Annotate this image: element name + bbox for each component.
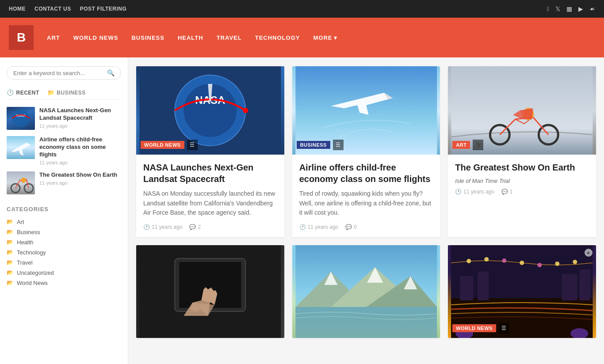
recent-list: NASA NASA Launches Next-Gen Landsat Spac… [7,107,121,194]
bottom-card-city: ◆ WORLD NEWS ☰ [448,245,596,338]
categories-title: CATEGORIES [7,206,121,212]
list-item[interactable]: Airline offers child-free economy class … [7,136,121,165]
top-bar: HOME CONTACT US POST FILTERING  𝕏 ▦ ▶ ☙ [0,0,604,18]
category-health[interactable]: 📂 Health [7,239,121,246]
card-image-tablet [136,245,284,338]
main-content: NASA WORLD NEWS ☰ NASA Launches Next-Gen… [128,57,604,364]
category-world-news[interactable]: 📂 World News [7,280,121,286]
folder-icon: 📂 [7,269,13,276]
nav-post-filtering[interactable]: POST FILTERING [80,6,126,12]
tag-world-news[interactable]: WORLD NEWS [452,324,496,332]
thumbnail: NASA [7,107,35,130]
card-meta: 🕐 11 years ago 💬 2 [143,224,277,230]
card-body: The Greatest Show On Earth Isle of Man T… [448,155,596,202]
nav-world-news[interactable]: WORLD NEWS [73,34,119,41]
comments-meta: 💬 0 [345,224,357,230]
article-card-moto: ART 🎥 The Greatest Show On Earth Isle of… [448,66,596,237]
tag-world-news[interactable]: WORLD NEWS [141,141,184,149]
svg-rect-38 [478,272,489,300]
bottom-card-mountain [292,245,440,338]
article-card-airline: BUSINESS ☰ Airline offers child-free eco… [292,66,440,237]
sidebar-tabs: 🕐 RECENT 📁 BUSINESS [7,89,121,100]
nav-more-dropdown[interactable]: MORE ▾ [313,34,337,41]
time-meta: 🕐 11 years ago [299,224,338,230]
nav-business[interactable]: BUSINESS [131,34,164,41]
recent-item-info: The Greatest Show On Earth 11 years ago [39,171,121,186]
card-image-moto: ART 🎥 [448,66,596,155]
folder-icon: 📂 [7,239,13,245]
svg-rect-26 [295,307,437,338]
tag-business[interactable]: BUSINESS [297,141,330,149]
category-uncategorized[interactable]: 📂 Uncategorized [7,269,121,276]
thumbnail [7,136,35,159]
comment-icon: 💬 [189,224,196,230]
svg-point-31 [485,257,489,262]
comments-meta: 💬 2 [189,224,201,230]
bottom-grid: ◆ WORLD NEWS ☰ [136,245,596,338]
svg-point-32 [502,258,507,263]
svg-point-36 [573,260,577,264]
card-title[interactable]: NASA Launches Next-Gen Landsat Spacecraf… [143,162,277,185]
svg-rect-39 [562,274,577,300]
pinterest-icon[interactable]: ☙ [589,5,595,12]
list-icon: ☰ [187,140,198,150]
nav-health[interactable]: HEALTH [178,34,203,41]
twitter-icon[interactable]: 𝕏 [555,5,560,12]
folder-icon: 📂 [7,259,13,265]
card-tags: WORLD NEWS ☰ [141,140,198,150]
time-meta: 🕐 11 years ago [455,189,494,195]
card-tags: ART 🎥 [452,140,483,150]
search-box[interactable]: 🔍 [7,66,121,80]
search-input[interactable] [13,70,107,76]
list-item[interactable]: The Greatest Show On Earth 11 years ago [7,171,121,194]
category-technology[interactable]: 📂 Technology [7,249,121,256]
svg-point-0 [12,110,30,127]
card-excerpt: NASA on Monday successfully launched its… [143,189,277,218]
card-meta: 🕐 11 years ago 💬 1 [455,189,589,195]
youtube-icon[interactable]: ▶ [578,5,583,12]
nav-contact[interactable]: CONTACT US [34,6,71,12]
tag-art[interactable]: ART [452,141,470,149]
folder-icon: 📂 [7,229,13,235]
card-subtitle: Isle of Man Time Trial [455,178,589,184]
folder-icon: 📂 [7,219,13,225]
instagram-icon[interactable]: ▦ [566,5,572,12]
layout: 🔍 🕐 RECENT 📁 BUSINESS NASA [0,57,604,364]
video-icon: 🎥 [473,140,483,150]
category-art[interactable]: 📂 Art [7,219,121,225]
svg-point-9 [243,108,248,113]
category-business[interactable]: 📂 Business [7,229,121,235]
card-title[interactable]: Airline offers child-free economy class … [299,162,433,185]
dot-indicator: ◆ [585,249,593,257]
top-nav: HOME CONTACT US POST FILTERING [9,6,126,12]
list-icon: ☰ [333,140,344,150]
card-title[interactable]: The Greatest Show On Earth [455,162,589,173]
card-image-mountain [292,245,440,338]
logo[interactable]: B [9,25,34,50]
tab-recent[interactable]: 🕐 RECENT [7,89,39,96]
nav-home[interactable]: HOME [9,6,26,12]
clock-icon: 🕐 [455,189,462,195]
svg-point-4 [21,178,26,183]
search-icon[interactable]: 🔍 [107,69,115,76]
svg-rect-40 [580,269,591,300]
nav-art[interactable]: ART [47,34,60,41]
thumbnail [7,171,35,194]
tab-business[interactable]: 📁 BUSINESS [47,89,86,96]
card-meta: 🕐 11 years ago 💬 0 [299,224,433,230]
nav-technology[interactable]: TECHNOLOGY [255,34,300,41]
category-travel[interactable]: 📂 Travel [7,259,121,266]
sidebar: 🔍 🕐 RECENT 📁 BUSINESS NASA [0,57,128,364]
facebook-icon[interactable]:  [547,5,549,12]
card-image-airline: BUSINESS ☰ [292,66,440,155]
svg-point-33 [520,261,524,265]
list-item[interactable]: NASA NASA Launches Next-Gen Landsat Spac… [7,107,121,130]
comment-icon: 💬 [345,224,352,230]
recent-item-info: Airline offers child-free economy class … [39,136,121,165]
comment-icon: 💬 [501,189,508,195]
nav-travel[interactable]: TRAVEL [217,34,242,41]
svg-point-35 [555,262,560,266]
folder-icon: 📁 [47,89,55,96]
recent-item-info: NASA Launches Next-Gen Landsat Spacecraf… [39,107,121,129]
card-image-city: ◆ WORLD NEWS ☰ [448,245,596,338]
